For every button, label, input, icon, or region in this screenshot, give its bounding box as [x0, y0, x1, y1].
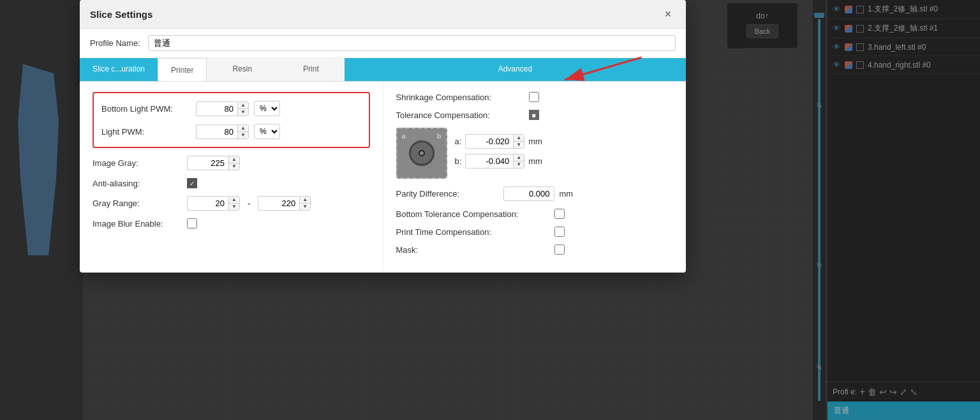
- parity-row: Parity Difference: mm: [396, 186, 674, 201]
- b-field-row: b: ▲ ▼ mm: [455, 154, 542, 169]
- bottom-light-pwm-down[interactable]: ▼: [238, 109, 248, 116]
- b-spinner-btns: ▲ ▼: [513, 154, 524, 169]
- light-pwm-row: Light PWM: ▲ ▼ %: [101, 124, 361, 139]
- mask-label: Mask:: [396, 245, 549, 255]
- light-pwm-label: Light PWM:: [101, 127, 191, 137]
- gray-range-row: Gray Range: ▲ ▼ - ▲ ▼: [93, 196, 370, 211]
- bottom-light-pwm-spinner: ▲ ▼: [196, 101, 249, 116]
- anti-aliasing-row: Anti-aliasing: ✓: [93, 178, 370, 188]
- light-pwm-unit[interactable]: %: [254, 124, 280, 139]
- pwm-highlight-box: Bottom Light PWM: ▲ ▼ % Light PWM:: [93, 92, 370, 148]
- bottom-light-pwm-row: Bottom Light PWM: ▲ ▼ %: [101, 101, 361, 116]
- image-gray-row: Image Gray: ▲ ▼: [93, 156, 370, 170]
- mask-row: Mask:: [396, 244, 674, 255]
- shrinkage-row: Shrinkage Compensation:: [396, 92, 674, 102]
- light-pwm-input[interactable]: [196, 124, 237, 139]
- left-content-panel: Bottom Light PWM: ▲ ▼ % Light PWM:: [80, 82, 383, 273]
- gray-range-max-down[interactable]: ▼: [300, 204, 310, 210]
- diagram-a-label: a: [402, 132, 406, 140]
- image-gray-spinner-btns: ▲ ▼: [228, 156, 240, 170]
- tolerance-wrap: a b a: ▲ ▼: [396, 128, 674, 179]
- b-up[interactable]: ▲: [514, 154, 524, 161]
- light-pwm-spinner: ▲ ▼: [196, 124, 249, 139]
- bottom-tolerance-row: Bottom Tolerance Compensation:: [396, 209, 674, 219]
- tab-printer[interactable]: Printer: [158, 58, 207, 81]
- image-blur-label: Image Blur Enable:: [93, 219, 182, 229]
- light-pwm-up[interactable]: ▲: [238, 125, 248, 132]
- diagram-dot: [419, 150, 425, 156]
- image-blur-row: Image Blur Enable:: [93, 218, 370, 229]
- dialog-body: Bottom Light PWM: ▲ ▼ % Light PWM:: [80, 82, 686, 273]
- print-time-label: Print Time Compensation:: [396, 227, 549, 237]
- diagram-b-label: b: [437, 132, 442, 140]
- light-pwm-down[interactable]: ▼: [238, 132, 248, 139]
- image-gray-down[interactable]: ▼: [229, 163, 239, 170]
- tolerance-diagram: a b: [396, 128, 447, 179]
- gray-range-min-down[interactable]: ▼: [229, 204, 239, 210]
- gray-range-min-up[interactable]: ▲: [229, 197, 239, 204]
- bottom-light-pwm-spinner-btns: ▲ ▼: [237, 101, 249, 116]
- a-down[interactable]: ▼: [514, 142, 524, 148]
- tolerance-comp-label: Tolerance Compensation:: [396, 110, 524, 120]
- gray-range-min-btns: ▲ ▼: [228, 196, 240, 211]
- profile-name-input[interactable]: [148, 35, 676, 51]
- gray-range-separator: -: [248, 199, 250, 208]
- tab-slice[interactable]: Slice c...uration: [80, 58, 158, 81]
- image-gray-up[interactable]: ▲: [229, 156, 239, 163]
- print-time-checkbox[interactable]: [554, 227, 565, 237]
- bottom-light-pwm-input[interactable]: [196, 101, 237, 116]
- profile-name-row: Profile Name:: [80, 29, 686, 58]
- tab-resin[interactable]: Resin: [207, 58, 278, 81]
- right-content-panel: Shrinkage Compensation: Tolerance Compen…: [383, 82, 687, 273]
- tab-advanced[interactable]: Advanced: [345, 58, 686, 81]
- parity-input[interactable]: [503, 186, 554, 201]
- print-time-row: Print Time Compensation:: [396, 227, 674, 237]
- bottom-light-pwm-label: Bottom Light PWM:: [101, 104, 191, 114]
- tab-bar: Slice c...uration Printer Resin Print Ad…: [80, 58, 686, 82]
- b-input[interactable]: [465, 154, 513, 169]
- gray-range-max-btns: ▲ ▼: [299, 196, 311, 211]
- a-spinner: ▲ ▼: [465, 134, 524, 149]
- tab-print[interactable]: Print: [278, 58, 345, 81]
- image-gray-spinner: ▲ ▼: [187, 156, 240, 170]
- image-gray-input[interactable]: [187, 156, 228, 170]
- dialog-title: Slice Settings: [90, 9, 152, 20]
- close-button[interactable]: ×: [660, 6, 676, 22]
- a-input[interactable]: [465, 134, 513, 149]
- gray-range-max-input[interactable]: [258, 196, 299, 211]
- bottom-tolerance-label: Bottom Tolerance Compensation:: [396, 209, 549, 219]
- parity-unit: mm: [560, 189, 574, 199]
- ab-fields: a: ▲ ▼ mm b:: [455, 128, 542, 169]
- slice-settings-dialog: Slice Settings × Profile Name: Slice c..…: [80, 0, 686, 273]
- shrinkage-label: Shrinkage Compensation:: [396, 93, 524, 102]
- bottom-tolerance-checkbox[interactable]: [554, 209, 565, 219]
- b-unit: mm: [528, 156, 542, 166]
- profile-name-label: Profile Name:: [90, 38, 140, 48]
- gray-range-max-up[interactable]: ▲: [300, 197, 310, 204]
- b-label: b:: [455, 156, 462, 166]
- gray-range-min-input[interactable]: [187, 196, 228, 211]
- diagram-inner-circle: [409, 140, 434, 166]
- a-label: a:: [455, 137, 462, 146]
- a-up[interactable]: ▲: [514, 135, 524, 142]
- anti-aliasing-checkbox[interactable]: ✓: [187, 178, 197, 188]
- bottom-light-pwm-unit[interactable]: %: [254, 101, 280, 116]
- a-spinner-btns: ▲ ▼: [513, 134, 524, 149]
- bottom-light-pwm-up[interactable]: ▲: [238, 102, 248, 109]
- tolerance-comp-row: Tolerance Compensation: ■: [396, 110, 674, 120]
- light-pwm-spinner-btns: ▲ ▼: [237, 124, 249, 139]
- mask-checkbox[interactable]: [554, 244, 565, 255]
- gray-range-max-spinner: ▲ ▼: [258, 196, 311, 211]
- a-field-row: a: ▲ ▼ mm: [455, 134, 542, 149]
- image-blur-checkbox[interactable]: [187, 218, 197, 229]
- anti-aliasing-label: Anti-aliasing:: [93, 179, 182, 188]
- shrinkage-checkbox[interactable]: [529, 92, 539, 102]
- gray-range-min-spinner: ▲ ▼: [187, 196, 240, 211]
- b-spinner: ▲ ▼: [465, 154, 524, 169]
- parity-label: Parity Difference:: [396, 189, 498, 199]
- dialog-titlebar: Slice Settings ×: [80, 0, 686, 29]
- gray-range-label: Gray Range:: [93, 199, 182, 208]
- diagram-container: a b: [399, 131, 444, 176]
- tolerance-comp-checkbox[interactable]: ■: [529, 110, 539, 120]
- b-down[interactable]: ▼: [514, 161, 524, 168]
